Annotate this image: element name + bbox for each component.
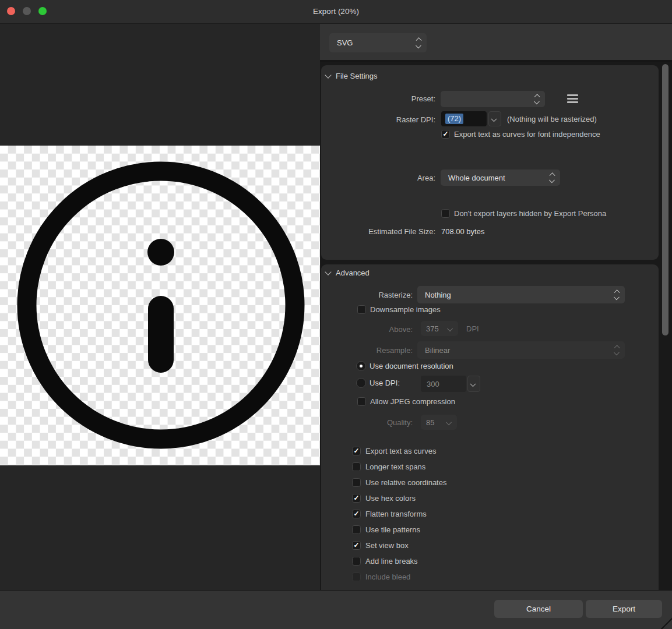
use-document-resolution-label[interactable]: Use document resolution xyxy=(370,362,453,370)
transparency-checkerboard xyxy=(0,146,320,465)
option-checkbox[interactable] xyxy=(352,494,361,503)
use-dpi-value: 300 xyxy=(427,380,439,388)
use-dpi-input: 300 xyxy=(421,376,466,392)
raster-dpi-hint: (Nothing will be rasterized) xyxy=(507,115,597,123)
option-checkbox xyxy=(352,573,361,581)
rasterize-label: Rasterize: xyxy=(326,291,413,299)
export-text-curves-font-label[interactable]: Export text as curves for font independe… xyxy=(454,130,600,139)
above-label: Above: xyxy=(326,325,413,334)
downsample-images-checkbox[interactable] xyxy=(357,305,366,314)
dont-export-hidden-label[interactable]: Don't export layers hidden by Export Per… xyxy=(454,209,606,218)
option-checkbox[interactable] xyxy=(352,525,361,534)
svg-options-list: Export text as curvesLonger text spansUs… xyxy=(352,445,655,586)
option-label[interactable]: Longer text spans xyxy=(365,462,425,471)
option-label[interactable]: Set view box xyxy=(365,541,409,550)
quality-label: Quality: xyxy=(326,418,413,427)
format-select[interactable]: SVG xyxy=(329,33,427,52)
option-checkbox[interactable] xyxy=(352,557,361,566)
title-bar: Export (20%) xyxy=(0,0,672,24)
area-select[interactable]: Whole document xyxy=(441,169,560,186)
preview-pane xyxy=(0,24,320,590)
option-row: Use relative coordinates xyxy=(352,476,655,492)
rasterize-select[interactable]: Nothing xyxy=(417,286,625,303)
option-row: Add line breaks xyxy=(352,555,655,571)
estimated-size-label: Estimated File Size: xyxy=(326,227,435,236)
option-checkbox[interactable] xyxy=(352,510,361,518)
option-label: Include bleed xyxy=(365,573,410,581)
above-dpi-value: 375 xyxy=(421,324,450,333)
raster-dpi-selected-text: (72) xyxy=(445,114,463,124)
allow-jpeg-compression-label[interactable]: Allow JPEG compression xyxy=(370,397,455,406)
resize-grip[interactable] xyxy=(660,617,672,629)
preset-label: Preset: xyxy=(350,94,435,103)
option-label[interactable]: Use hex colors xyxy=(365,494,416,503)
rasterize-select-value: Nothing xyxy=(417,291,615,299)
option-row: Use tile patterns xyxy=(352,524,655,539)
stepper-icon xyxy=(535,95,539,104)
stepper-icon xyxy=(615,291,619,299)
area-select-value: Whole document xyxy=(441,174,550,182)
option-row: Longer text spans xyxy=(352,461,655,476)
option-label[interactable]: Use tile patterns xyxy=(365,525,420,534)
allow-jpeg-compression-checkbox[interactable] xyxy=(357,397,366,406)
raster-dpi-input[interactable]: (72) xyxy=(441,111,487,126)
stepper-icon xyxy=(550,174,554,182)
option-label[interactable]: Use relative coordinates xyxy=(365,478,446,487)
option-label[interactable]: Flatten transforms xyxy=(365,510,427,518)
option-label[interactable]: Export text as curves xyxy=(365,447,436,455)
export-button[interactable]: Export xyxy=(586,600,662,618)
use-dpi-label[interactable]: Use DPI: xyxy=(370,379,400,387)
quality-select: 85 xyxy=(421,415,457,430)
resample-select-value: Bilinear xyxy=(417,346,615,355)
option-row: Export text as curves xyxy=(352,445,655,461)
stepper-icon xyxy=(615,346,619,355)
downsample-images-label[interactable]: Downsample images xyxy=(370,305,441,314)
export-dialog: Export (20%) SVG File Settings Preset: R… xyxy=(0,0,672,629)
advanced-title[interactable]: Advanced xyxy=(336,268,370,277)
use-dpi-dropdown-button xyxy=(467,376,480,392)
format-select-value: SVG xyxy=(329,38,417,47)
chevron-down-icon xyxy=(450,327,454,331)
info-icon-preview xyxy=(0,146,320,465)
area-label: Area: xyxy=(350,174,435,182)
estimated-size-value: 708.00 bytes xyxy=(441,227,484,236)
stepper-icon xyxy=(417,38,421,47)
window-title: Export (20%) xyxy=(0,0,672,23)
export-text-curves-font-checkbox[interactable] xyxy=(441,130,450,139)
option-row: Include bleed xyxy=(352,571,655,586)
option-row: Use hex colors xyxy=(352,492,655,508)
option-checkbox[interactable] xyxy=(352,462,361,471)
option-label[interactable]: Add line breaks xyxy=(365,557,418,566)
above-dpi-unit: DPI xyxy=(466,324,479,333)
use-dpi-radio[interactable] xyxy=(356,378,366,388)
cancel-button[interactable]: Cancel xyxy=(494,600,583,618)
scrollbar-thumb[interactable] xyxy=(662,64,669,335)
preset-menu-icon[interactable] xyxy=(567,94,578,103)
resample-select: Bilinear xyxy=(417,341,625,359)
dialog-footer: Cancel Export xyxy=(0,590,672,629)
file-settings-title[interactable]: File Settings xyxy=(336,72,378,80)
preset-select[interactable] xyxy=(441,91,545,107)
use-document-resolution-radio[interactable] xyxy=(356,361,366,371)
option-checkbox[interactable] xyxy=(352,447,361,455)
above-dpi-select: 375 xyxy=(421,321,458,336)
option-row: Set view box xyxy=(352,539,655,555)
quality-value: 85 xyxy=(421,418,449,427)
option-row: Flatten transforms xyxy=(352,508,655,524)
raster-dpi-label: Raster DPI: xyxy=(350,115,435,124)
resample-label: Resample: xyxy=(326,346,413,355)
dont-export-hidden-checkbox[interactable] xyxy=(441,209,450,218)
raster-dpi-dropdown-button[interactable] xyxy=(488,111,501,126)
option-checkbox[interactable] xyxy=(352,541,361,550)
option-checkbox[interactable] xyxy=(352,478,361,487)
chevron-down-icon xyxy=(449,420,453,425)
